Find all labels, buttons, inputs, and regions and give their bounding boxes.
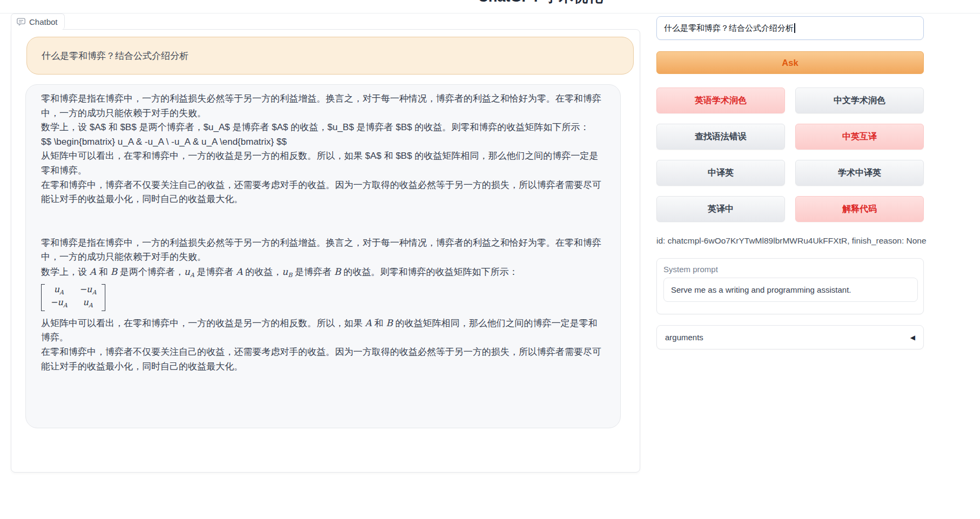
payoff-matrix: uA−uA−uAuA xyxy=(41,284,105,311)
user-message-text: 什么是零和博弈？结合公式介绍分析 xyxy=(42,50,189,62)
bot-message-paragraph: 数学上，设 A 和 B 是两个博弈者，uA 是博弈者 A 的收益，uB 是博弈者… xyxy=(41,265,604,283)
system-prompt-label: System prompt xyxy=(663,265,917,274)
page-title-clipped: ChatGPT 学术优化 xyxy=(443,0,637,5)
math-symbol: uA xyxy=(83,297,92,307)
matrix-right-bracket xyxy=(102,284,105,311)
bot-message-paragraph: 在零和博弈中，博弈者不仅要关注自己的收益，还需要考虑对手的收益。因为一方取得的收… xyxy=(41,178,604,207)
accordion-label: arguments xyxy=(665,333,703,342)
matrix-cells: uA−uA−uAuA xyxy=(45,284,102,311)
function-button-grid: 英语学术润色中文学术润色查找语法错误中英互译中译英学术中译英英译中解释代码 xyxy=(656,87,924,222)
math-symbol: A xyxy=(365,318,372,328)
arguments-accordion[interactable]: arguments ◀ xyxy=(656,325,924,349)
matrix-left-bracket xyxy=(41,284,45,311)
bot-message-paragraph: 在零和博弈中，博弈者不仅要关注自己的收益，还需要考虑对手的收益。因为一方取得的收… xyxy=(41,345,604,374)
bot-message-paragraph: 零和博弈是指在博弈中，一方的利益损失必然等于另一方的利益增益。换言之，对于每一种… xyxy=(41,92,604,120)
math-symbol: uA xyxy=(54,284,64,294)
paragraph-gap xyxy=(41,207,604,236)
chatbot-label: Chatbot xyxy=(29,17,58,26)
explain-code-button[interactable]: 解释代码 xyxy=(795,196,924,222)
chatbot-label-tab: Chatbot xyxy=(11,14,65,30)
chat-bubble-icon xyxy=(17,18,25,26)
bot-message-paragraph: $$ \begin{bmatrix} u_A & -u_A \ -u_A & u… xyxy=(41,135,604,150)
system-prompt-value: Serve me as a writing and programming as… xyxy=(671,285,851,294)
zh-en-mutual-translation-button[interactable]: 中英互译 xyxy=(795,124,924,150)
math-symbol: −uA xyxy=(79,284,97,294)
user-message-bubble: 什么是零和博弈？结合公式介绍分析 xyxy=(26,37,634,75)
math-symbol: A xyxy=(90,266,96,277)
zh-to-en-button[interactable]: 中译英 xyxy=(656,160,785,186)
en-to-zh-button[interactable]: 英译中 xyxy=(656,196,785,222)
bot-message-paragraph: 零和博弈是指在博弈中，一方的利益损失必然等于另一方的利益增益。换言之，对于每一种… xyxy=(41,236,604,265)
math-symbol: B xyxy=(334,266,341,277)
query-input[interactable]: 什么是零和博弈？结合公式介绍分析 xyxy=(656,16,924,40)
english-academic-polish-button[interactable]: 英语学术润色 xyxy=(656,87,785,113)
chinese-academic-polish-button[interactable]: 中文学术润色 xyxy=(795,87,924,113)
status-line: id: chatcmpl-6wOo7KrYTwMl89lbrMWRu4UkFFX… xyxy=(656,236,948,246)
text-caret xyxy=(794,23,795,33)
chatbot-panel: 什么是零和博弈？结合公式介绍分析 零和博弈是指在博弈中，一方的利益损失必然等于另… xyxy=(11,29,640,473)
math-symbol: A xyxy=(236,266,243,277)
ask-button[interactable]: Ask xyxy=(656,51,924,74)
math-symbol: uB xyxy=(282,266,292,277)
math-symbol: −uA xyxy=(50,297,68,307)
system-prompt-group: System prompt Serve me as a writing and … xyxy=(656,258,924,314)
math-symbol: uA xyxy=(184,266,194,277)
bot-message-paragraph: 从矩阵中可以看出，在零和博弈中，一方的收益是另一方的相反数。所以，如果 $A$ … xyxy=(41,149,604,178)
math-symbol: B xyxy=(386,318,393,328)
find-grammar-errors-button[interactable]: 查找语法错误 xyxy=(656,124,785,150)
math-symbol: B xyxy=(110,266,117,277)
system-prompt-input[interactable]: Serve me as a writing and programming as… xyxy=(663,278,918,302)
accordion-collapse-icon[interactable]: ◀ xyxy=(910,334,915,341)
header-divider xyxy=(0,13,980,14)
query-input-text: 什么是零和博弈？结合公式介绍分析 xyxy=(664,23,794,33)
academic-zh-to-en-button[interactable]: 学术中译英 xyxy=(795,160,924,186)
bot-message-bubble: 零和博弈是指在博弈中，一方的利益损失必然等于另一方的利益增益。换言之，对于每一种… xyxy=(25,84,621,428)
bot-message-paragraph: 数学上，设 $A$ 和 $B$ 是两个博弈者，$u_A$ 是博弈者 $A$ 的收… xyxy=(41,120,604,135)
bot-message-paragraph: 从矩阵中可以看出，在零和博弈中，一方的收益是另一方的相反数。所以，如果 A 和 … xyxy=(41,316,604,345)
